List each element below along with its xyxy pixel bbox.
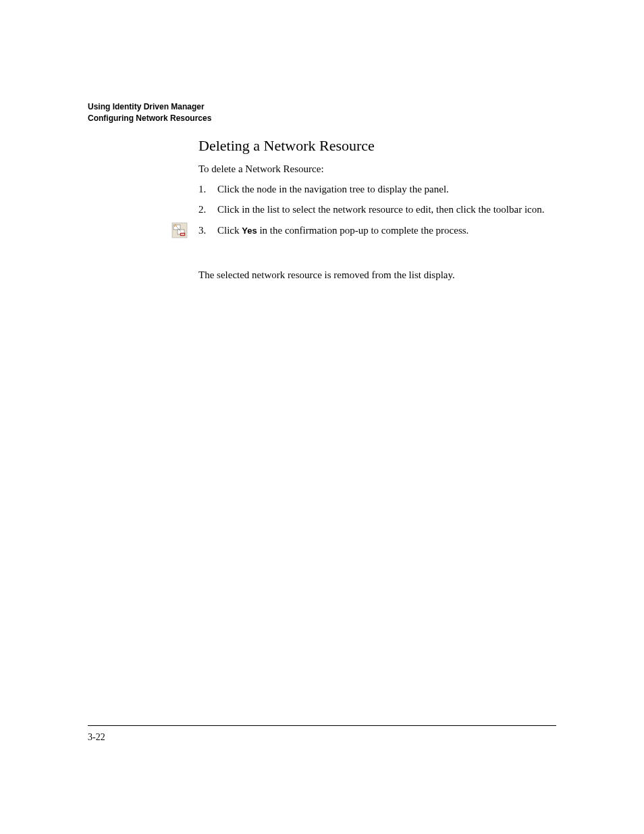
text-fragment: toolbar icon. bbox=[493, 204, 545, 215]
step-number: 3. bbox=[198, 224, 217, 237]
footer-divider bbox=[88, 725, 556, 726]
text-fragment: in the confirmation pop-up to complete t… bbox=[257, 225, 469, 236]
text-fragment: node in the navigation tree to display t… bbox=[257, 184, 424, 194]
step-content: Click the node in the navigation tree to… bbox=[217, 182, 556, 196]
header-line-1: Using Identity Driven Manager bbox=[88, 101, 211, 113]
page-number: 3-22 bbox=[88, 732, 105, 743]
step-number: 2. bbox=[198, 203, 217, 216]
yes-label: Yes bbox=[242, 226, 257, 236]
step-1: 1. Click the node in the navigation tree… bbox=[198, 182, 556, 196]
step-2: 2. Click in the list to select the netwo… bbox=[198, 203, 556, 216]
step-3: 3. Click Yes in the confirmation pop-up … bbox=[198, 224, 556, 237]
delete-resource-icon bbox=[171, 222, 188, 238]
closing-paragraph: The selected network resource is removed… bbox=[198, 268, 556, 282]
text-fragment: The selected network resource is removed… bbox=[198, 269, 409, 280]
intro-text: To delete a Network Resource: bbox=[198, 163, 324, 175]
steps-list: 1. Click the node in the navigation tree… bbox=[198, 182, 556, 244]
text-fragment: list display. bbox=[409, 269, 455, 280]
text-fragment: panel. bbox=[425, 184, 449, 194]
text-fragment: Click bbox=[217, 225, 242, 236]
step-content: Click in the list to select the network … bbox=[217, 203, 556, 216]
step-number: 1. bbox=[198, 182, 217, 196]
text-fragment: Click the bbox=[217, 184, 257, 194]
text-fragment: Click in the list to select the network … bbox=[217, 204, 493, 215]
section-title: Deleting a Network Resource bbox=[198, 137, 375, 155]
page-header: Using Identity Driven Manager Configurin… bbox=[88, 101, 211, 124]
step-content: Click Yes in the confirmation pop-up to … bbox=[217, 224, 556, 237]
header-line-2: Configuring Network Resources bbox=[88, 113, 211, 124]
